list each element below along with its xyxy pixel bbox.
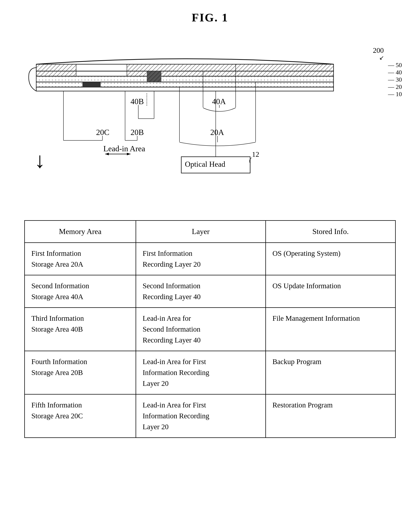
svg-rect-11 <box>82 82 101 87</box>
info-table: Memory Area Layer Stored Info. First Inf… <box>24 220 396 438</box>
diagram-container: 40B 40A 20C 20B 20A Lead-in Area <box>15 35 405 213</box>
memory-area-4: Fourth InformationStorage Area 20B <box>24 351 136 394</box>
svg-rect-12 <box>147 76 161 82</box>
svg-text:Optical Head: Optical Head <box>185 160 225 168</box>
header-stored-info: Stored Info. <box>266 221 395 243</box>
layer-4: Lead-in Area for FirstInformation Record… <box>136 351 266 394</box>
svg-rect-1 <box>36 64 76 71</box>
layer-2: Second InformationRecording Layer 40 <box>136 275 266 308</box>
svg-rect-7 <box>36 76 334 82</box>
table-row: First InformationStorage Area 20A First … <box>24 243 395 275</box>
memory-area-3: Third InformationStorage Area 40B <box>24 308 136 351</box>
stored-info-5: Restoration Program <box>266 394 395 438</box>
svg-text:20C: 20C <box>96 128 109 137</box>
header-layer: Layer <box>136 221 266 243</box>
down-arrow: ↓ <box>34 149 45 171</box>
svg-text:20A: 20A <box>210 128 224 137</box>
svg-rect-9 <box>36 82 334 87</box>
diagram-svg: 40B 40A 20C 20B 20A Lead-in Area <box>25 50 370 177</box>
stored-info-3: File Management Information <box>266 308 395 351</box>
stored-info-2: OS Update Information <box>266 275 395 308</box>
ref-200: 200 <box>373 46 384 55</box>
svg-text:40A: 40A <box>212 97 226 106</box>
layer-label-30: — 30 <box>388 76 402 83</box>
layer-label-20: — 20 <box>388 83 402 91</box>
svg-rect-10 <box>36 87 334 91</box>
table-row: Fifth InformationStorage Area 20C Lead-i… <box>24 394 395 438</box>
svg-rect-5 <box>36 71 76 76</box>
memory-area-5: Fifth InformationStorage Area 20C <box>24 394 136 438</box>
layer-label-50: — 50 <box>388 61 402 69</box>
layer-labels: — 50 — 40 — 30 — 20 — 10 <box>388 61 402 98</box>
table-row: Third InformationStorage Area 40B Lead-i… <box>24 308 395 351</box>
layer-5: Lead-in Area for FirstInformation Record… <box>136 394 266 438</box>
page-title: FIG. 1 <box>15 11 405 24</box>
ref-200-arrow: ↙ <box>379 54 384 61</box>
svg-marker-37 <box>105 153 109 155</box>
layer-1: First InformationRecording Layer 20 <box>136 243 266 275</box>
svg-text:40B: 40B <box>130 97 144 106</box>
memory-area-2: Second InformationStorage Area 40A <box>24 275 136 308</box>
svg-marker-38 <box>127 153 130 155</box>
table-row: Second InformationStorage Area 40A Secon… <box>24 275 395 308</box>
svg-rect-2 <box>127 64 334 71</box>
layer-label-40: — 40 <box>388 69 402 76</box>
layer-3: Lead-in Area forSecond InformationRecord… <box>136 308 266 351</box>
svg-rect-13 <box>147 71 161 76</box>
svg-text:Lead-in Area: Lead-in Area <box>103 144 145 153</box>
memory-area-1: First InformationStorage Area 20A <box>24 243 136 275</box>
stored-info-1: OS (Operating System) <box>266 243 395 275</box>
layer-label-10: — 10 <box>388 91 402 98</box>
stored-info-4: Backup Program <box>266 351 395 394</box>
table-row: Fourth InformationStorage Area 20B Lead-… <box>24 351 395 394</box>
svg-text:20B: 20B <box>130 128 144 137</box>
svg-text:12: 12 <box>252 150 259 158</box>
header-memory-area: Memory Area <box>24 221 136 243</box>
